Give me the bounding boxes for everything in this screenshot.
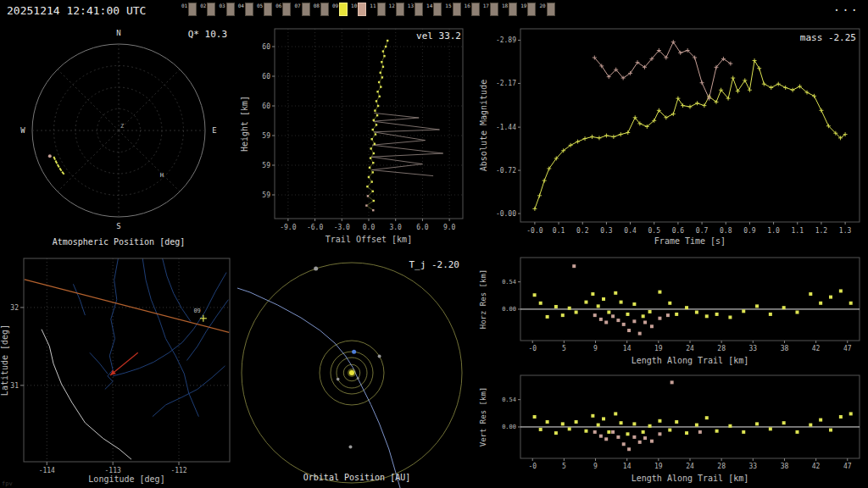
residual-point-station-1 [584, 301, 587, 304]
residual-point-station-1 [533, 415, 537, 419]
frame-thumbnail-image [226, 3, 235, 16]
x-tick-label: 19 [654, 463, 663, 470]
x-tick-label: 14 [623, 463, 632, 470]
residual-point-station-1 [597, 304, 600, 308]
frame-thumb-13[interactable]: 13 [408, 3, 423, 16]
x-tick-label: 19 [654, 345, 663, 352]
residual-point-station-1 [546, 315, 549, 319]
residual-point-station-2 [616, 435, 620, 439]
residual-point-station-1 [795, 311, 798, 314]
residual-point-station-1 [755, 422, 759, 425]
frame-thumb-03[interactable]: 03 [219, 3, 234, 16]
x-tick-label: 0.8 [720, 227, 732, 235]
frame-thumb-17[interactable]: 17 [483, 3, 498, 16]
menu-button[interactable]: ... [833, 0, 860, 14]
x-tick-label: 42 [812, 345, 821, 352]
frame-thumb-04[interactable]: 04 [238, 3, 253, 16]
trail-point [372, 162, 374, 164]
x-tick-label: 5 [562, 463, 566, 470]
frame-thumb-05[interactable]: 05 [257, 3, 272, 16]
frame-thumb-19[interactable]: 19 [520, 3, 536, 16]
x-tick-label: 38 [781, 463, 789, 470]
horizontal-residuals-plot: -05914192428333842470.540.00Length Along… [476, 252, 868, 370]
x-tick-label: 47 [843, 345, 852, 352]
frame-thumb-20[interactable]: 20 [539, 3, 554, 16]
residual-point-station-1 [705, 314, 709, 318]
residual-point-station-1 [705, 416, 709, 419]
mars-marker [378, 354, 381, 358]
residual-point-station-1 [728, 424, 732, 428]
residual-point-station-2 [604, 320, 608, 324]
residual-point-station-1 [728, 316, 732, 319]
trail-point [370, 147, 371, 149]
residual-point-station-2 [670, 380, 674, 384]
x-tick-label: -3.0 [334, 224, 350, 231]
frame-thumbnail-image [453, 3, 461, 16]
x-tick-label: 1.0 [767, 227, 780, 235]
frame-thumb-06[interactable]: 06 [275, 3, 291, 16]
trail-point [372, 129, 374, 130]
y-axis-label: Absolute Magnitude [479, 80, 488, 171]
residual-point-station-1 [839, 415, 843, 419]
y-tick-label: -0.72 [496, 167, 516, 175]
frame-number: 04 [238, 3, 244, 8]
frame-number: 02 [200, 3, 206, 8]
residual-point-station-2 [599, 435, 603, 438]
x-tick-label: 33 [748, 345, 757, 352]
compass-west-label: W [20, 126, 25, 135]
y-tick-label: 0.54 [502, 396, 516, 403]
orbit-caption: Orbital Position [AU] [303, 473, 410, 482]
frame-thumb-02[interactable]: 02 [200, 3, 215, 16]
frame-thumb-07[interactable]: 07 [294, 3, 309, 16]
x-tick-label: -0.0 [526, 227, 542, 235]
frame-thumb-08[interactable]: 08 [314, 3, 329, 16]
frame-number: 09 [332, 3, 338, 8]
residual-point-station-1 [715, 430, 719, 433]
frame-thumb-14[interactable]: 14 [426, 3, 442, 16]
trail-point [372, 191, 374, 192]
residual-point-station-1 [829, 429, 832, 432]
frame-thumbnail-image [358, 3, 366, 16]
residual-point-station-1 [575, 311, 578, 314]
residual-point-station-1 [668, 302, 671, 305]
residual-point-station-1 [782, 306, 786, 309]
x-tick-label: 9.0 [443, 224, 456, 231]
residual-point-station-2 [638, 441, 642, 444]
x-tick-label: 1.2 [815, 227, 828, 235]
residual-point-station-1 [602, 417, 605, 420]
frame-number: 08 [314, 3, 320, 8]
frame-thumbnail-image [339, 3, 348, 16]
residual-point-station-1 [742, 309, 745, 313]
residual-point-station-1 [769, 427, 772, 430]
x-tick-label: 0.4 [624, 227, 637, 235]
frame-thumb-01[interactable]: 01 [181, 3, 197, 16]
residual-point-station-1 [829, 296, 832, 299]
trail-point [376, 124, 377, 125]
residual-point-station-1 [620, 421, 623, 424]
series-station-1-lightcurve [532, 58, 847, 211]
residual-point-station-2 [616, 319, 620, 322]
residual-point-station-1 [849, 412, 853, 415]
residual-point-station-2 [650, 324, 654, 328]
panel-horizontal-residuals: -05914192428333842470.540.00Length Along… [476, 252, 868, 370]
frame-thumb-09[interactable]: 09 [332, 3, 348, 16]
x-tick-label: -9.0 [280, 224, 296, 231]
residual-point-station-2 [650, 440, 654, 443]
trail-point [372, 171, 374, 173]
q-value-annotation: Q* 10.3 [188, 29, 227, 40]
x-tick-label: -0 [528, 345, 537, 352]
frame-thumb-11[interactable]: 11 [370, 3, 385, 16]
trail-point [366, 186, 368, 187]
frame-thumb-12[interactable]: 12 [389, 3, 404, 16]
frame-thumb-15[interactable]: 15 [445, 3, 460, 16]
frame-thumb-18[interactable]: 18 [502, 3, 517, 16]
frame-thumb-10[interactable]: 10 [351, 3, 366, 16]
x-tick-label: 0.3 [600, 227, 613, 235]
x-tick-label: 1.1 [792, 227, 804, 235]
x-tick-label: 42 [812, 463, 821, 470]
residual-point-station-2 [643, 436, 647, 440]
frame-number: 05 [257, 3, 263, 8]
residual-point-station-1 [614, 412, 617, 415]
frame-thumb-16[interactable]: 16 [465, 3, 480, 16]
trail-point [380, 86, 381, 87]
